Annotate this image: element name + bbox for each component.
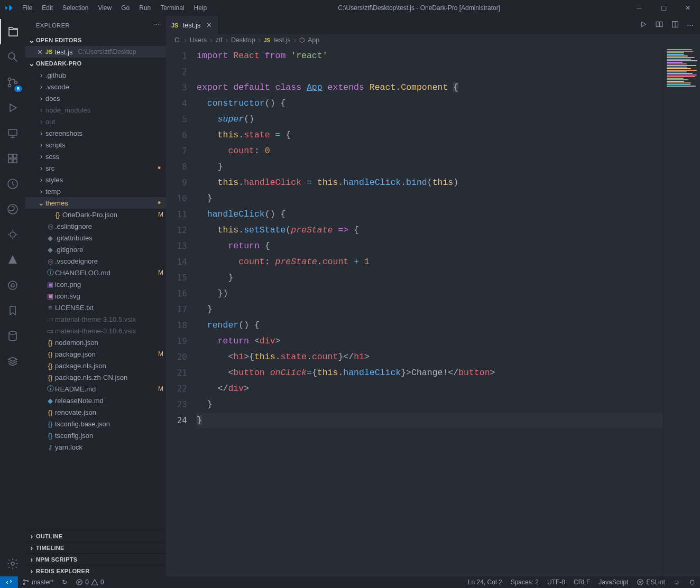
sync-button[interactable]: ↻ <box>58 578 71 586</box>
menu-item-selection[interactable]: Selection <box>58 1 93 15</box>
database-icon[interactable] <box>0 323 25 349</box>
split-editor-icon[interactable] <box>671 20 679 30</box>
tree-item[interactable]: {}tsconfig.json <box>25 430 166 441</box>
tree-item[interactable]: ▣icon.png <box>25 278 166 290</box>
tree-item[interactable]: ⚷yarn.lock <box>25 441 166 453</box>
menu-item-view[interactable]: View <box>94 1 116 15</box>
code-editor[interactable]: import React from 'react' export default… <box>197 46 663 576</box>
git-graph-icon[interactable] <box>0 171 25 197</box>
language-mode[interactable]: JavaScript <box>594 578 632 586</box>
eol[interactable]: CRLF <box>569 578 594 586</box>
menu-item-go[interactable]: Go <box>117 1 134 15</box>
redis-explorer-header[interactable]: ›REDIS EXPLORER <box>25 565 166 576</box>
tree-item[interactable]: ›styles <box>25 174 166 185</box>
indentation[interactable]: Spaces: 2 <box>506 578 543 586</box>
more-icon[interactable]: ⋯ <box>154 22 160 29</box>
tree-item[interactable]: ▭material-theme-3.10.6.vsix <box>25 325 166 337</box>
tree-item[interactable]: ›node_modules <box>25 104 166 116</box>
close-tab-icon[interactable]: ✕ <box>205 21 213 29</box>
tree-item[interactable]: ›screenshots <box>25 127 166 139</box>
tree-item-label: CHANGELOG.md <box>55 269 155 277</box>
tree-item[interactable]: ›src• <box>25 162 166 174</box>
minimap[interactable] <box>663 46 700 576</box>
tree-item[interactable]: ▣icon.svg <box>25 290 166 302</box>
svg-point-20 <box>23 583 24 584</box>
tree-item[interactable]: {}tsconfig.base.json <box>25 418 166 430</box>
remote-indicator[interactable] <box>0 576 18 588</box>
bookmarks-icon[interactable] <box>0 298 25 323</box>
settings-gear-icon[interactable] <box>0 551 25 576</box>
breadcrumb-segment[interactable]: Desktop <box>231 36 255 44</box>
remote-explorer-icon[interactable] <box>0 120 25 146</box>
tree-item[interactable]: {}nodemon.json <box>25 337 166 348</box>
file-icon: ≡ <box>45 304 55 312</box>
open-editors-header[interactable]: ⌄OPEN EDITORS <box>25 34 166 46</box>
project-header[interactable]: ⌄ONEDARK-PRO <box>25 58 166 69</box>
cursor-position[interactable]: Ln 24, Col 2 <box>464 578 506 586</box>
edge-icon[interactable] <box>0 197 25 222</box>
breadcrumb-segment[interactable]: C: <box>174 36 181 44</box>
compare-icon[interactable] <box>655 20 664 30</box>
tree-item[interactable]: {}renovate.json <box>25 406 166 418</box>
tree-item[interactable]: ◆releaseNote.md <box>25 395 166 406</box>
run-icon[interactable] <box>639 20 648 30</box>
menu-item-terminal[interactable]: Terminal <box>156 1 188 15</box>
tree-item[interactable]: ›scss <box>25 151 166 162</box>
tree-item[interactable]: ›docs <box>25 92 166 104</box>
breadcrumb-segment[interactable]: ztf <box>216 36 223 44</box>
tree-item[interactable]: ◆.gitattributes <box>25 232 166 244</box>
extensions-icon[interactable] <box>0 146 25 171</box>
git-branch[interactable]: master* <box>18 578 58 586</box>
menu-item-file[interactable]: File <box>18 1 36 15</box>
encoding[interactable]: UTF-8 <box>543 578 569 586</box>
more-actions-icon[interactable]: ⋯ <box>687 21 694 29</box>
breadcrumbs[interactable]: C:›Users›ztf›Desktop›JStest.js›⬡App <box>166 34 700 46</box>
close-button[interactable]: ✕ <box>676 0 700 16</box>
eslint-status[interactable]: ESLint <box>632 578 669 586</box>
menu-item-run[interactable]: Run <box>135 1 155 15</box>
minimize-button[interactable]: ─ <box>627 0 651 16</box>
layers-icon[interactable] <box>0 349 25 374</box>
breadcrumb-segment[interactable]: Users <box>190 36 207 44</box>
tree-item[interactable]: {}package.nls.json <box>25 360 166 371</box>
explorer-icon[interactable] <box>0 19 25 44</box>
menu-item-edit[interactable]: Edit <box>38 1 57 15</box>
tree-item[interactable]: ⓘCHANGELOG.mdM <box>25 267 166 278</box>
source-control-icon[interactable]: 5 <box>0 70 25 95</box>
tree-item[interactable]: ◎.vscodeignore <box>25 255 166 267</box>
azure-icon[interactable] <box>0 247 25 273</box>
tree-item[interactable]: ≡LICENSE.txt <box>25 302 166 313</box>
tree-item[interactable]: ›.vscode <box>25 81 166 92</box>
tree-item[interactable]: ›out <box>25 116 166 127</box>
tab-testjs[interactable]: JS test.js ✕ <box>166 16 219 34</box>
tree-item[interactable]: ›temp <box>25 185 166 197</box>
timeline-header[interactable]: ›TIMELINE <box>25 542 166 553</box>
tree-item[interactable]: {}package.nls.zh-CN.json <box>25 371 166 383</box>
tree-item[interactable]: ⌄themes• <box>25 197 166 209</box>
open-editor-item[interactable]: ✕ JS test.js C:\Users\ztf\Desktop <box>25 46 166 58</box>
file-icon: ◆ <box>45 397 55 405</box>
run-debug-icon[interactable] <box>0 95 25 120</box>
maximize-button[interactable]: ▢ <box>651 0 676 16</box>
search-icon[interactable] <box>0 44 25 70</box>
docker-icon[interactable] <box>0 273 25 298</box>
tree-item-label: docs <box>45 95 166 102</box>
tree-item[interactable]: ◎.eslintignore <box>25 220 166 232</box>
tree-item[interactable]: ›scripts <box>25 139 166 151</box>
tree-item[interactable]: ◆.gitignore <box>25 244 166 255</box>
gitlens-icon[interactable] <box>0 222 25 247</box>
feedback-icon[interactable]: ☺ <box>669 578 684 586</box>
tree-item[interactable]: {}OneDark-Pro.jsonM <box>25 209 166 220</box>
notifications-icon[interactable] <box>684 578 700 586</box>
tree-item[interactable]: ⓘREADME.mdM <box>25 383 166 395</box>
tree-item[interactable]: ▭material-theme-3.10.5.vsix <box>25 313 166 325</box>
close-icon[interactable]: ✕ <box>36 48 43 56</box>
breadcrumb-segment[interactable]: test.js <box>273 36 291 44</box>
breadcrumb-segment[interactable]: App <box>308 36 319 44</box>
tree-item[interactable]: {}package.jsonM <box>25 348 166 360</box>
outline-header[interactable]: ›OUTLINE <box>25 530 166 542</box>
problems-indicator[interactable]: 0 0 <box>71 578 108 586</box>
menu-item-help[interactable]: Help <box>190 1 211 15</box>
npm-scripts-header[interactable]: ›NPM SCRIPTS <box>25 553 166 565</box>
tree-item[interactable]: ›.github <box>25 69 166 81</box>
